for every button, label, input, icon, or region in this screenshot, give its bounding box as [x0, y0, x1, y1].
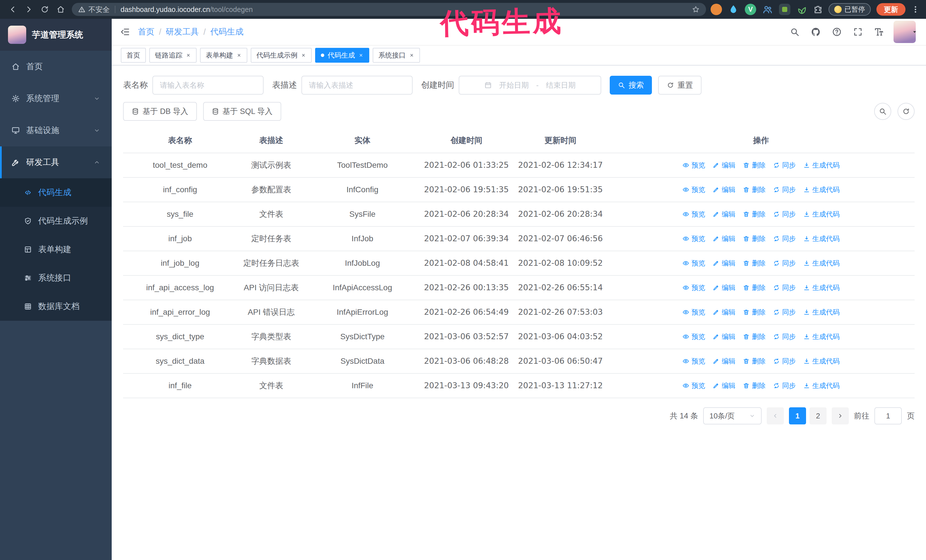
tab-首页[interactable]: 首页: [121, 48, 146, 63]
sidebar-subitem-代码生成[interactable]: 代码生成: [0, 178, 112, 207]
help-button[interactable]: [832, 27, 842, 37]
action-sync-link[interactable]: 同步: [773, 306, 796, 318]
action-eye-link[interactable]: 预览: [682, 159, 705, 172]
update-button[interactable]: 更新: [876, 3, 905, 16]
sidebar-item-系统管理[interactable]: 系统管理: [0, 83, 112, 115]
reload-button[interactable]: [38, 3, 51, 16]
sidebar-subitem-代码生成示例[interactable]: 代码生成示例: [0, 207, 112, 235]
page-button-2[interactable]: 2: [809, 408, 826, 424]
action-trash-link[interactable]: 删除: [743, 232, 766, 245]
tab-代码生成示例[interactable]: 代码生成示例: [251, 48, 312, 63]
close-icon[interactable]: [301, 53, 306, 58]
action-eye-link[interactable]: 预览: [682, 355, 705, 367]
sidebar-subitem-表单构建[interactable]: 表单构建: [0, 235, 112, 264]
import-sql-button[interactable]: 基于 SQL 导入: [203, 102, 281, 121]
action-trash-link[interactable]: 删除: [743, 355, 766, 367]
action-trash-link[interactable]: 删除: [743, 159, 766, 172]
app-logo[interactable]: 芋道管理系统: [0, 19, 112, 51]
close-icon[interactable]: [409, 53, 414, 58]
extension-icon[interactable]: [779, 4, 790, 15]
extension-vue-icon[interactable]: [745, 4, 756, 15]
tab-链路追踪[interactable]: 链路追踪: [149, 48, 197, 63]
action-sync-link[interactable]: 同步: [773, 257, 796, 269]
action-sync-link[interactable]: 同步: [773, 208, 796, 220]
table-name-input[interactable]: [153, 76, 263, 95]
bookmark-star-icon[interactable]: [692, 5, 700, 14]
action-trash-link[interactable]: 删除: [743, 331, 766, 343]
home-button[interactable]: [54, 3, 67, 16]
close-icon[interactable]: [186, 53, 191, 58]
tab-表单构建[interactable]: 表单构建: [200, 48, 247, 63]
page-size-select[interactable]: 10条/页: [703, 408, 762, 424]
prev-page-button[interactable]: [767, 408, 784, 424]
action-download-link[interactable]: 生成代码: [803, 183, 840, 196]
arrow-right-button[interactable]: [22, 3, 35, 16]
action-edit-link[interactable]: 编辑: [713, 379, 735, 392]
action-download-link[interactable]: 生成代码: [803, 379, 840, 392]
action-eye-link[interactable]: 预览: [682, 257, 705, 269]
action-edit-link[interactable]: 编辑: [713, 306, 735, 318]
goto-page-input[interactable]: [875, 408, 902, 424]
action-trash-link[interactable]: 删除: [743, 281, 766, 294]
extension-people-icon[interactable]: [762, 4, 773, 15]
action-edit-link[interactable]: 编辑: [713, 208, 735, 220]
action-sync-link[interactable]: 同步: [773, 232, 796, 245]
action-edit-link[interactable]: 编辑: [713, 159, 735, 172]
close-icon[interactable]: [359, 53, 363, 58]
action-eye-link[interactable]: 预览: [682, 208, 705, 220]
action-edit-link[interactable]: 编辑: [713, 257, 735, 269]
action-eye-link[interactable]: 预览: [682, 379, 705, 392]
extension-leaf-icon[interactable]: [796, 4, 808, 15]
action-sync-link[interactable]: 同步: [773, 379, 796, 392]
action-trash-link[interactable]: 删除: [743, 379, 766, 392]
table-desc-input[interactable]: [301, 76, 413, 95]
breadcrumb-item[interactable]: 首页: [138, 26, 154, 38]
action-trash-link[interactable]: 删除: [743, 208, 766, 220]
sidebar-item-基础设施[interactable]: 基础设施: [0, 115, 112, 146]
action-download-link[interactable]: 生成代码: [803, 281, 840, 294]
import-db-button[interactable]: 基于 DB 导入: [123, 102, 197, 121]
next-page-button[interactable]: [832, 408, 849, 424]
sidebar-item-研发工具[interactable]: 研发工具: [0, 146, 112, 178]
url-bar[interactable]: 不安全 dashboard.yudao.iocoder.cn /tool/cod…: [72, 3, 706, 16]
action-download-link[interactable]: 生成代码: [803, 159, 840, 172]
date-range-picker[interactable]: 开始日期 - 结束日期: [459, 76, 601, 95]
tab-代码生成[interactable]: 代码生成: [315, 48, 369, 63]
search-button[interactable]: [790, 27, 799, 37]
action-edit-link[interactable]: 编辑: [713, 183, 735, 196]
show-search-button[interactable]: [874, 103, 891, 120]
close-icon[interactable]: [236, 53, 242, 58]
security-chip[interactable]: 不安全: [78, 5, 110, 14]
action-trash-link[interactable]: 删除: [743, 183, 766, 196]
action-edit-link[interactable]: 编辑: [713, 281, 735, 294]
action-eye-link[interactable]: 预览: [682, 281, 705, 294]
action-download-link[interactable]: 生成代码: [803, 257, 840, 269]
action-download-link[interactable]: 生成代码: [803, 232, 840, 245]
action-download-link[interactable]: 生成代码: [803, 306, 840, 318]
caret-down-icon[interactable]: [912, 29, 917, 35]
refresh-table-button[interactable]: [897, 103, 915, 120]
action-download-link[interactable]: 生成代码: [803, 331, 840, 343]
action-download-link[interactable]: 生成代码: [803, 208, 840, 220]
action-edit-link[interactable]: 编辑: [713, 355, 735, 367]
sidebar-subitem-系统接口[interactable]: 系统接口: [0, 264, 112, 292]
action-eye-link[interactable]: 预览: [682, 183, 705, 196]
action-edit-link[interactable]: 编辑: [713, 232, 735, 245]
action-sync-link[interactable]: 同步: [773, 159, 796, 172]
action-eye-link[interactable]: 预览: [682, 232, 705, 245]
sidebar-item-首页[interactable]: 首页: [0, 51, 112, 83]
github-button[interactable]: [811, 27, 820, 37]
action-eye-link[interactable]: 预览: [682, 306, 705, 318]
page-button-1[interactable]: 1: [789, 408, 806, 424]
extension-icon[interactable]: [711, 4, 722, 15]
action-edit-link[interactable]: 编辑: [713, 331, 735, 343]
action-trash-link[interactable]: 删除: [743, 306, 766, 318]
sidebar-toggle-button[interactable]: [120, 27, 130, 37]
reset-button[interactable]: 重置: [658, 76, 702, 95]
action-sync-link[interactable]: 同步: [773, 183, 796, 196]
browser-menu-icon[interactable]: [911, 5, 920, 14]
search-button[interactable]: 搜索: [610, 76, 652, 95]
breadcrumb-item[interactable]: 代码生成: [210, 26, 243, 38]
action-sync-link[interactable]: 同步: [773, 331, 796, 343]
action-eye-link[interactable]: 预览: [682, 331, 705, 343]
